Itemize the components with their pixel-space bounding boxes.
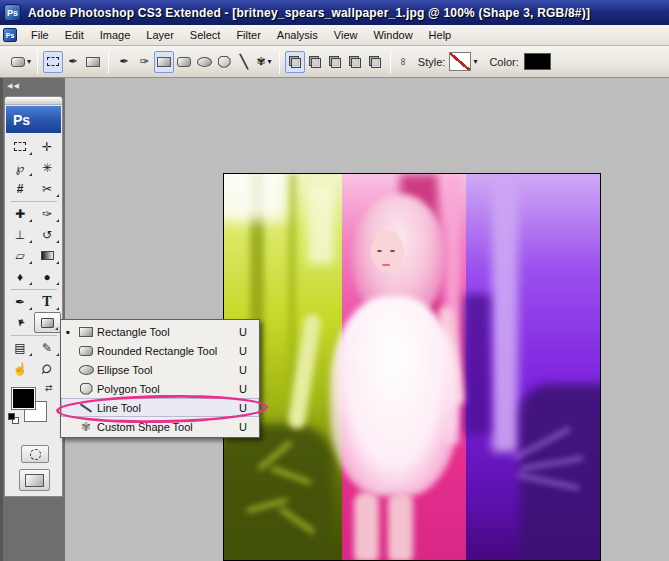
app-logo-icon[interactable]: Ps bbox=[4, 4, 21, 21]
line-tool-button[interactable]: ╲ bbox=[234, 51, 254, 73]
ps-banner: Ps bbox=[6, 106, 61, 133]
clone-stamp-icon: ⊥ bbox=[15, 228, 25, 242]
collapse-dock-icon[interactable]: ◀◀ bbox=[7, 82, 20, 90]
menu-file[interactable]: File bbox=[23, 27, 57, 43]
current-tool-indicator: ■ bbox=[61, 329, 75, 335]
rectangle-tool-button[interactable] bbox=[154, 51, 174, 73]
tool-spot-healing-brush[interactable]: ✚ bbox=[7, 203, 34, 224]
screen-mode-button[interactable] bbox=[19, 469, 50, 491]
tool-notes[interactable]: ▤ bbox=[7, 337, 34, 358]
tool-path-selection[interactable]: ➤ bbox=[7, 312, 34, 333]
tool-hand[interactable]: ☝ bbox=[7, 358, 34, 379]
rounded-rectangle-tool-button[interactable] bbox=[174, 51, 194, 73]
pen-icon: ✒ bbox=[15, 295, 25, 309]
quick-mask-button[interactable] bbox=[21, 445, 49, 463]
fill-pixels-mode-button[interactable] bbox=[83, 51, 103, 73]
shape-layers-mode-button[interactable] bbox=[43, 51, 63, 73]
chevron-down-icon[interactable]: ▾ bbox=[268, 57, 272, 66]
screen-mode-icon bbox=[25, 474, 44, 487]
intersect-shape-area-button[interactable] bbox=[325, 51, 345, 73]
paths-mode-button[interactable]: ✒ bbox=[63, 51, 83, 73]
quick-mask-icon bbox=[30, 449, 41, 460]
tools-grid: ✛ ℘ ✳ # ✂ ✚ ✑ ⊥ ↺ ▱ ♦ ● ✒ T bbox=[5, 136, 62, 379]
combine-shape-area-button[interactable] bbox=[365, 51, 385, 73]
separator bbox=[390, 50, 391, 74]
lasso-icon: ℘ bbox=[16, 161, 24, 175]
menu-view[interactable]: View bbox=[326, 27, 366, 43]
menu-analysis[interactable]: Analysis bbox=[269, 27, 326, 43]
tool-zoom[interactable]: Ϙ bbox=[34, 358, 61, 379]
palette-grip[interactable] bbox=[5, 97, 62, 105]
menu-window[interactable]: Window bbox=[365, 27, 420, 43]
hand-icon: ☝ bbox=[13, 362, 28, 376]
tool-type[interactable]: T bbox=[34, 291, 61, 312]
menu-layer[interactable]: Layer bbox=[138, 27, 182, 43]
figure-leg bbox=[388, 492, 413, 561]
tool-history-brush[interactable]: ↺ bbox=[34, 224, 61, 245]
tool-gradient[interactable] bbox=[34, 245, 61, 266]
tool-brush[interactable]: ✑ bbox=[34, 203, 61, 224]
chevron-down-icon[interactable]: ▾ bbox=[473, 57, 477, 66]
tool-rectangular-marquee[interactable] bbox=[7, 136, 34, 157]
image-light-glow bbox=[308, 184, 334, 264]
tool-preset-icon bbox=[11, 57, 25, 67]
pen-tool-button[interactable]: ✒ bbox=[114, 51, 134, 73]
combine-shape-area-icon bbox=[369, 56, 381, 68]
image-shadow bbox=[464, 294, 490, 434]
separator bbox=[37, 50, 38, 74]
menu-select[interactable]: Select bbox=[182, 27, 229, 43]
menu-edit[interactable]: Edit bbox=[57, 27, 92, 43]
workspace: ◀◀ Ps ✛ ℘ ✳ # ✂ ✚ ✑ ⊥ ↺ ▱ bbox=[0, 78, 669, 561]
flyout-item-rounded-rectangle-tool[interactable]: Rounded Rectangle Tool U bbox=[61, 341, 259, 360]
color-label: Color: bbox=[489, 56, 518, 68]
tool-shape-selected[interactable] bbox=[34, 312, 61, 333]
tool-dodge[interactable]: ● bbox=[34, 266, 61, 287]
menu-image[interactable]: Image bbox=[92, 27, 139, 43]
add-shape-area-button[interactable] bbox=[285, 51, 305, 73]
document-logo-icon[interactable]: Ps bbox=[3, 28, 17, 42]
tool-slice[interactable]: ✂ bbox=[34, 178, 61, 199]
flyout-item-ellipse-tool[interactable]: Ellipse Tool U bbox=[61, 360, 259, 379]
ellipse-tool-icon bbox=[75, 365, 97, 375]
tool-clone-stamp[interactable]: ⊥ bbox=[7, 224, 34, 245]
canvas-image[interactable] bbox=[223, 173, 601, 561]
tool-lasso[interactable]: ℘ bbox=[7, 157, 34, 178]
slice-icon: ✂ bbox=[42, 182, 52, 196]
tool-dock: ◀◀ Ps ✛ ℘ ✳ # ✂ ✚ ✑ ⊥ ↺ ▱ bbox=[0, 78, 65, 561]
tool-move[interactable]: ✛ bbox=[34, 136, 61, 157]
chevron-down-icon[interactable]: ▾ bbox=[27, 57, 31, 66]
rectangular-marquee-icon bbox=[14, 142, 26, 151]
eraser-icon: ▱ bbox=[15, 249, 24, 263]
default-colors-icon[interactable] bbox=[8, 413, 20, 425]
menu-help[interactable]: Help bbox=[421, 27, 460, 43]
dodge-icon: ● bbox=[43, 270, 50, 284]
tool-eraser[interactable]: ▱ bbox=[7, 245, 34, 266]
flyout-item-rectangle-tool[interactable]: ■ Rectangle Tool U bbox=[61, 322, 259, 341]
tool-blur[interactable]: ♦ bbox=[7, 266, 34, 287]
exclude-shape-area-icon bbox=[349, 56, 361, 68]
link-icon[interactable]: ∞ bbox=[398, 58, 410, 66]
foreground-color-swatch[interactable] bbox=[11, 387, 36, 410]
exclude-shape-area-button[interactable] bbox=[345, 51, 365, 73]
ellipse-tool-button[interactable] bbox=[194, 51, 214, 73]
zoom-icon: Ϙ bbox=[39, 360, 56, 377]
tool-magic-wand[interactable]: ✳ bbox=[34, 157, 61, 178]
figure-leg bbox=[354, 492, 379, 561]
tool-eyedropper[interactable]: ✎ bbox=[34, 337, 61, 358]
fill-pixels-icon bbox=[86, 57, 100, 67]
swap-colors-icon[interactable]: ⇄ bbox=[45, 383, 53, 393]
polygon-tool-button[interactable] bbox=[214, 51, 234, 73]
tool-crop[interactable]: # bbox=[7, 178, 34, 199]
menu-filter[interactable]: Filter bbox=[228, 27, 268, 43]
freeform-pen-tool-button[interactable]: ✑ bbox=[134, 51, 154, 73]
color-swatch[interactable] bbox=[524, 53, 551, 70]
color-wells: ⇄ bbox=[5, 383, 62, 435]
spot-healing-brush-icon: ✚ bbox=[15, 207, 25, 221]
tool-preset-picker[interactable]: ▾ bbox=[10, 51, 32, 73]
style-swatch[interactable] bbox=[449, 52, 471, 71]
tool-pen[interactable]: ✒ bbox=[7, 291, 34, 312]
title-bar[interactable]: Ps Adobe Photoshop CS3 Extended - [britn… bbox=[0, 0, 669, 25]
separator bbox=[108, 50, 109, 74]
subtract-shape-area-button[interactable] bbox=[305, 51, 325, 73]
custom-shape-tool-button[interactable]: ✾ ▾ bbox=[254, 51, 274, 73]
